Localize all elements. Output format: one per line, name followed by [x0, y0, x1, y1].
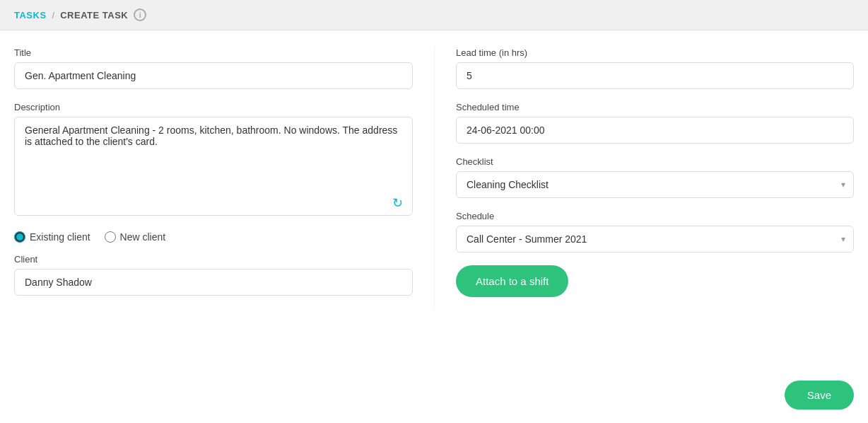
lead-time-input[interactable]	[456, 62, 854, 89]
lead-time-group: Lead time (in hrs)	[456, 47, 854, 89]
textarea-wrapper: ↻	[14, 117, 413, 219]
save-button[interactable]: Save	[785, 381, 854, 410]
breadcrumb-tasks-link[interactable]: TASKS	[14, 10, 47, 21]
description-group: Description ↻	[14, 102, 413, 219]
lead-time-label: Lead time (in hrs)	[456, 47, 854, 58]
client-type-radio-group: Existing client New client	[14, 231, 413, 243]
checklist-select-wrapper: Cleaning Checklist ▾	[456, 171, 854, 198]
checklist-group: Checklist Cleaning Checklist ▾	[456, 156, 854, 198]
scheduled-time-group: Scheduled time	[456, 102, 854, 144]
right-column: Lead time (in hrs) Scheduled time Checkl…	[434, 47, 854, 308]
breadcrumb-current: CREATE TASK	[60, 10, 128, 21]
refresh-icon[interactable]: ↻	[389, 195, 406, 212]
title-label: Title	[14, 47, 413, 58]
schedule-group: Schedule Call Center - Summer 2021 ▾	[456, 211, 854, 253]
breadcrumb-separator: /	[52, 10, 55, 21]
description-label: Description	[14, 102, 413, 112]
left-column: Title Description ↻ Existing client	[14, 47, 434, 308]
scheduled-time-label: Scheduled time	[456, 102, 854, 112]
checklist-label: Checklist	[456, 156, 854, 167]
new-client-radio[interactable]	[105, 231, 116, 243]
description-input[interactable]	[14, 117, 413, 216]
client-input[interactable]	[14, 269, 413, 296]
client-group: Client	[14, 254, 413, 296]
existing-client-radio[interactable]	[14, 231, 25, 243]
title-group: Title	[14, 47, 413, 89]
new-client-radio-label[interactable]: New client	[105, 231, 166, 243]
schedule-label: Schedule	[456, 211, 854, 221]
existing-client-radio-label[interactable]: Existing client	[14, 231, 90, 243]
checklist-select[interactable]: Cleaning Checklist	[456, 171, 854, 198]
new-client-label: New client	[120, 231, 166, 243]
attach-to-shift-button[interactable]: Attach to a shift	[456, 265, 568, 297]
breadcrumb: TASKS / CREATE TASK i	[0, 0, 868, 30]
schedule-select-wrapper: Call Center - Summer 2021 ▾	[456, 226, 854, 253]
existing-client-label: Existing client	[30, 231, 90, 243]
scheduled-time-input[interactable]	[456, 117, 854, 144]
title-input[interactable]	[14, 62, 413, 89]
schedule-select[interactable]: Call Center - Summer 2021	[456, 226, 854, 253]
client-label: Client	[14, 254, 413, 265]
info-icon[interactable]: i	[134, 8, 146, 21]
